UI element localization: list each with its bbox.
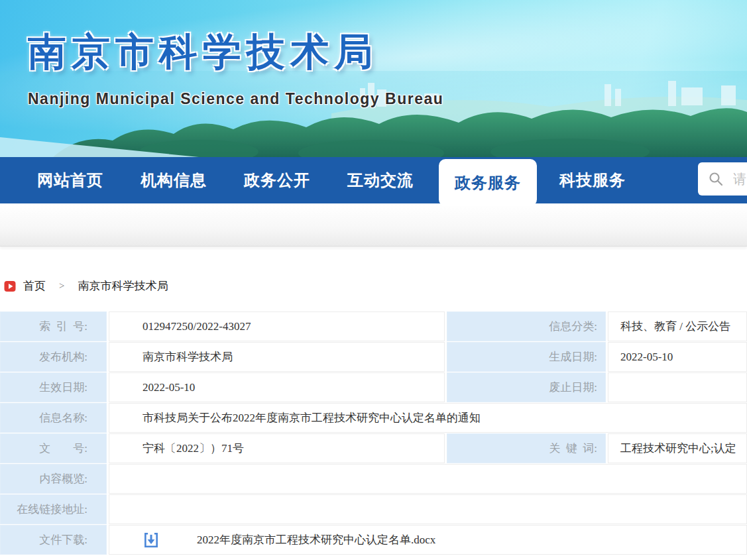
row-value: 2022-05-10 [608,342,747,372]
row-label: 生成日期: [447,342,606,372]
row-label: 文件下载: [0,525,107,555]
table-row: 生效日期:2022-05-10废止日期: [0,372,747,402]
breadcrumb-separator: > [59,280,64,292]
row-value: 2022年度南京市工程技术研究中心认定名单.docx [109,525,747,555]
header-banner: 南京市科学技术局 Nanjing Municipal Science and T… [0,0,747,157]
row-value: 工程技术研究中心;认定 [608,433,747,463]
row-label: 信息名称: [0,403,107,433]
row-label: 内容概览: [0,464,107,494]
table-row: 在线链接地址: [0,494,747,524]
row-label: 信息分类: [447,311,606,341]
row-label: 废止日期: [447,372,606,402]
row-label: 关 键 词: [447,433,606,463]
download-icon [143,532,160,549]
row-label: 生效日期: [0,372,107,402]
search-box[interactable] [698,162,747,196]
nav-item-6[interactable]: 科技服务 [559,170,626,191]
row-label: 文 号: [0,433,107,463]
row-value: 科技、教育 / 公示公告 [608,311,747,341]
breadcrumb-home[interactable]: 首页 [23,278,46,294]
row-label: 索 引 号: [0,311,107,341]
nav-sub-band [0,203,747,247]
info-table: 索 引 号:012947250/2022-43027信息分类:科技、教育 / 公… [0,311,747,555]
row-value [109,494,747,524]
site-title: 南京市科学技术局 [28,27,378,78]
table-row: 发布机构:南京市科学技术局生成日期:2022-05-10 [0,342,747,372]
nav-item-1[interactable]: 网站首页 [37,170,103,191]
table-row: 内容概览: [0,464,747,494]
download-file-link[interactable]: 2022年度南京市工程技术研究中心认定名单.docx [197,526,435,554]
nav-item-2[interactable]: 机构信息 [141,170,207,191]
row-label: 发布机构: [0,342,107,372]
table-row: 文 号:宁科〔2022〕）71号关 键 词:工程技术研究中心;认定 [0,433,747,463]
search-icon [708,171,724,187]
nav-item-5[interactable]: 政务服务 [439,159,537,206]
row-value: 市科技局关于公布2022年度南京市工程技术研究中心认定名单的通知 [109,403,747,433]
nav-items: 网站首页机构信息政务公开互动交流政务服务科技服务 [37,157,663,203]
banner-landscape-image [0,71,747,157]
row-value [608,372,747,402]
search-input[interactable] [732,171,747,188]
nav-item-4[interactable]: 互动交流 [347,170,414,191]
table-row: 文件下载:2022年度南京市工程技术研究中心认定名单.docx [0,525,747,555]
table-row: 索 引 号:012947250/2022-43027信息分类:科技、教育 / 公… [0,311,747,341]
breadcrumb: 首页 > 南京市科学技术局 [4,278,747,294]
nav-item-3[interactable]: 政务公开 [244,170,310,191]
breadcrumb-marker-icon [4,280,16,292]
main-nav: 网站首页机构信息政务公开互动交流政务服务科技服务 [0,157,747,203]
site-subtitle: Nanjing Municipal Science and Technology… [28,90,443,108]
breadcrumb-current: 南京市科学技术局 [78,278,168,294]
row-value: 012947250/2022-43027 [109,311,445,341]
row-value: 南京市科学技术局 [109,342,445,372]
row-label: 在线链接地址: [0,494,107,524]
table-row: 信息名称:市科技局关于公布2022年度南京市工程技术研究中心认定名单的通知 [0,403,747,433]
row-value [109,464,747,494]
row-value: 宁科〔2022〕）71号 [109,433,445,463]
row-value: 2022-05-10 [109,372,445,402]
